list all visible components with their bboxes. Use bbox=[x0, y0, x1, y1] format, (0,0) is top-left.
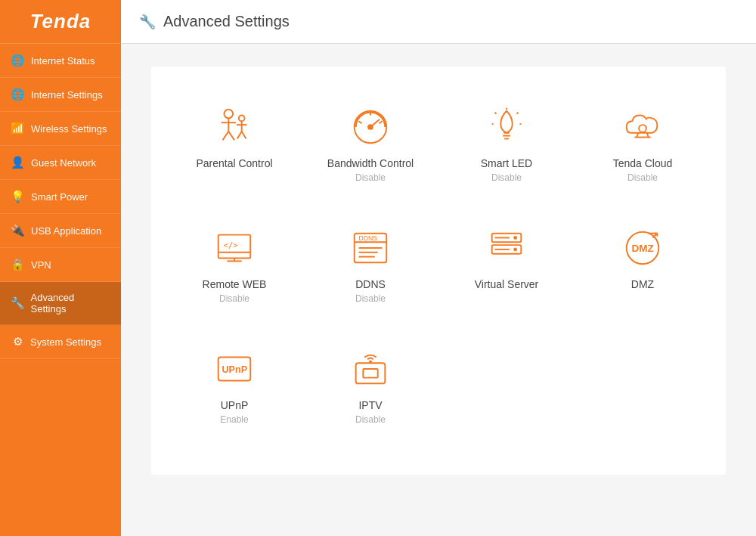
header: 🔧 Advanced Settings bbox=[121, 0, 756, 44]
sidebar-icon-guest-network: 👤 bbox=[11, 156, 25, 169]
sidebar-label-guest-network: Guest Network bbox=[31, 157, 96, 169]
svg-line-21 bbox=[517, 113, 519, 114]
grid-label-ddns: DDNS bbox=[355, 278, 386, 290]
grid-label-remote-web: Remote WEB bbox=[203, 278, 267, 290]
grid-icon-iptv bbox=[344, 346, 397, 392]
sidebar-label-advanced-settings: Advanced Settings bbox=[30, 292, 110, 314]
grid-item-remote-web[interactable]: </> Remote WEB Disable bbox=[166, 210, 302, 316]
grid-icon-bandwidth-control bbox=[344, 104, 397, 150]
grid-icon-dmz: DMZ bbox=[616, 225, 669, 271]
sidebar-icon-usb-application: 🔌 bbox=[11, 224, 25, 237]
grid-row: </> Remote WEB Disable DDNS DDNS Disable bbox=[166, 210, 711, 316]
grid-status-bandwidth-control: Disable bbox=[355, 172, 386, 183]
grid-label-upnp: UPnP bbox=[221, 399, 249, 411]
logo-area: Tenda bbox=[0, 0, 121, 44]
svg-point-5 bbox=[239, 116, 245, 122]
sidebar-item-wireless-settings[interactable]: 📶Wireless Settings bbox=[0, 112, 121, 146]
sidebar-item-internet-settings[interactable]: 🌐Internet Settings bbox=[0, 78, 121, 112]
grid-status-iptv: Disable bbox=[355, 414, 386, 425]
grid-label-iptv: IPTV bbox=[358, 399, 382, 411]
svg-point-24 bbox=[639, 125, 646, 132]
sidebar-label-system-settings: System Settings bbox=[30, 336, 101, 348]
grid-label-bandwidth-control: Bandwidth Control bbox=[327, 157, 414, 169]
content-area: Parental Control Bandwidth Control Disab… bbox=[121, 44, 756, 536]
svg-line-20 bbox=[495, 113, 497, 114]
sidebar-item-vpn[interactable]: 🔒VPN bbox=[0, 248, 121, 282]
sidebar-icon-smart-power: 💡 bbox=[11, 190, 25, 203]
grid-status-ddns: Disable bbox=[355, 293, 386, 304]
header-icon: 🔧 bbox=[139, 14, 156, 30]
svg-point-0 bbox=[224, 110, 233, 119]
main-content: 🔧 Advanced Settings Parental Control bbox=[121, 0, 756, 536]
grid-icon-parental-control bbox=[208, 104, 261, 150]
svg-rect-53 bbox=[356, 363, 386, 383]
sidebar-item-usb-application[interactable]: 🔌USB Application bbox=[0, 214, 121, 248]
sidebar-item-smart-power[interactable]: 💡Smart Power bbox=[0, 180, 121, 214]
svg-point-54 bbox=[369, 360, 372, 363]
svg-line-14 bbox=[359, 121, 362, 123]
sidebar-label-smart-power: Smart Power bbox=[31, 191, 88, 203]
svg-line-8 bbox=[237, 132, 242, 139]
grid-icon-smart-led bbox=[480, 104, 533, 150]
sidebar-icon-internet-settings: 🌐 bbox=[11, 88, 25, 101]
svg-text:</>: </> bbox=[224, 240, 238, 250]
grid-item-empty1 bbox=[438, 331, 575, 437]
grid-label-smart-led: Smart LED bbox=[481, 157, 532, 169]
sidebar-label-internet-status: Internet Status bbox=[31, 55, 95, 67]
grid-row: UPnP UPnP Enable IPTV Disable bbox=[166, 331, 711, 437]
grid-label-dmz: DMZ bbox=[631, 278, 654, 290]
sidebar-label-wireless-settings: Wireless Settings bbox=[31, 123, 107, 135]
grid-container: Parental Control Bandwidth Control Disab… bbox=[151, 67, 726, 475]
grid-status-remote-web: Disable bbox=[219, 293, 249, 304]
sidebar-item-internet-status[interactable]: 🌐Internet Status bbox=[0, 44, 121, 78]
grid-icon-tenda-cloud bbox=[616, 104, 669, 150]
grid-status-upnp: Enable bbox=[220, 414, 248, 425]
sidebar-item-system-settings[interactable]: ⚙System Settings bbox=[0, 325, 121, 359]
grid-label-parental-control: Parental Control bbox=[196, 157, 272, 169]
sidebar: Tenda 🌐Internet Status🌐Internet Settings… bbox=[0, 0, 121, 536]
grid-item-empty2 bbox=[575, 331, 711, 437]
svg-point-13 bbox=[368, 125, 373, 129]
grid-row: Parental Control Bandwidth Control Disab… bbox=[166, 89, 711, 195]
svg-point-41 bbox=[513, 236, 517, 240]
sidebar-item-advanced-settings[interactable]: 🔧Advanced Settings bbox=[0, 282, 121, 325]
svg-line-15 bbox=[380, 121, 383, 123]
grid-item-iptv[interactable]: IPTV Disable bbox=[302, 331, 438, 437]
svg-rect-55 bbox=[363, 369, 377, 378]
grid-item-dmz[interactable]: DMZ DMZ bbox=[575, 210, 711, 316]
page-title: Advanced Settings bbox=[163, 13, 290, 30]
grid-item-ddns[interactable]: DDNS DDNS Disable bbox=[302, 210, 438, 316]
svg-line-3 bbox=[223, 132, 229, 141]
svg-text:DMZ: DMZ bbox=[632, 243, 654, 254]
sidebar-label-vpn: VPN bbox=[31, 259, 51, 271]
grid-icon-remote-web: </> bbox=[208, 225, 261, 271]
grid-icon-upnp: UPnP bbox=[208, 346, 261, 392]
grid-item-bandwidth-control[interactable]: Bandwidth Control Disable bbox=[302, 89, 438, 195]
sidebar-label-internet-settings: Internet Settings bbox=[31, 89, 103, 101]
sidebar-icon-wireless-settings: 📶 bbox=[11, 122, 25, 135]
logo: Tenda bbox=[30, 10, 91, 33]
grid-icon-virtual-server bbox=[480, 225, 533, 271]
grid-item-smart-led[interactable]: Smart LED Disable bbox=[438, 89, 575, 195]
svg-line-4 bbox=[228, 132, 234, 141]
grid-item-upnp[interactable]: UPnP UPnP Enable bbox=[166, 331, 302, 437]
grid-item-tenda-cloud[interactable]: Tenda Cloud Disable bbox=[575, 89, 711, 195]
grid-label-virtual-server: Virtual Server bbox=[475, 278, 539, 290]
svg-text:DDNS: DDNS bbox=[359, 234, 378, 242]
svg-line-9 bbox=[242, 132, 246, 139]
grid-item-parental-control[interactable]: Parental Control bbox=[166, 89, 302, 195]
svg-point-42 bbox=[513, 248, 517, 252]
sidebar-icon-advanced-settings: 🔧 bbox=[11, 296, 24, 310]
grid-status-tenda-cloud: Disable bbox=[627, 172, 658, 183]
sidebar-icon-internet-status: 🌐 bbox=[11, 54, 25, 67]
sidebar-label-usb-application: USB Application bbox=[31, 225, 101, 237]
sidebar-item-guest-network[interactable]: 👤Guest Network bbox=[0, 146, 121, 180]
sidebar-icon-vpn: 🔒 bbox=[11, 258, 25, 271]
svg-text:UPnP: UPnP bbox=[222, 364, 247, 375]
sidebar-icon-system-settings: ⚙ bbox=[11, 335, 24, 349]
grid-item-virtual-server[interactable]: Virtual Server bbox=[438, 210, 575, 316]
grid-label-tenda-cloud: Tenda Cloud bbox=[613, 157, 673, 169]
grid-icon-ddns: DDNS bbox=[344, 225, 397, 271]
grid-status-smart-led: Disable bbox=[491, 172, 522, 183]
